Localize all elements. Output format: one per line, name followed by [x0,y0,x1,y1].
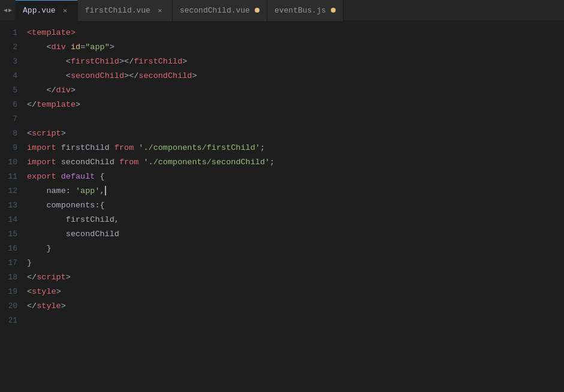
line-number: 18 [0,270,27,285]
line-16: 16 } [0,242,564,256]
line-content: components:{ [27,198,105,213]
line-number: 13 [0,198,27,213]
editor: 1<template>2 <div id="app">3 <firstChild… [0,21,564,392]
line-9: 9import firstChild from './components/fi… [0,141,564,155]
token-bracket: > [61,301,66,310]
tab-second-child-vue[interactable]: secondChild.vue [173,0,267,21]
token-text: , [100,186,105,195]
tab-close-icon[interactable]: ✕ [61,6,70,16]
text-cursor [105,186,106,195]
tab-event-bus-js[interactable]: eventBus.js [267,0,343,21]
line-17: 17} [0,256,564,270]
token-indent [27,215,66,224]
token-bracket: > [61,129,66,138]
line-13: 13 components:{ [0,198,564,213]
token-bracket: > [182,57,187,66]
line-number: 17 [0,256,27,270]
line-number: 14 [0,213,27,227]
line-20: 20</style> [0,299,564,313]
token-attr-value: "app" [85,43,110,52]
line-number: 7 [0,112,27,126]
token-indent [27,244,46,253]
token-string: './components/firstChild' [138,143,260,152]
token-indent [27,71,66,80]
token-text: secondChild [66,230,119,239]
line-content: <template> [27,26,76,40]
line-number: 6 [0,98,27,112]
token-tag: secondChild [71,71,124,80]
line-number: 15 [0,227,27,242]
line-21: 21 [0,313,564,328]
line-content: import firstChild from './components/fir… [27,141,265,155]
token-bracket: > [71,86,76,95]
left-arrow-icon[interactable]: ◀ [4,7,7,14]
token-bracket: < [66,57,71,66]
line-content: import secondChild from './components/se… [27,155,275,170]
line-content: firstChild, [27,213,119,227]
line-content: </div> [27,83,76,98]
line-1: 1<template> [0,26,564,40]
line-number: 21 [0,313,27,328]
tab-bar: ◀ ▶ App.vue✕firstChild.vue✕secondChild.v… [0,0,564,21]
token-bracket: > [76,100,80,109]
token-text [56,172,61,181]
token-bracket: > [192,71,197,80]
line-11: 11export default { [0,170,564,184]
token-bracket: > [66,273,71,282]
token-keyword: from [114,143,134,152]
token-indent [27,43,46,52]
token-tag: firstChild [134,57,182,66]
line-18: 18</script> [0,270,564,285]
token-keyword: import [27,158,56,167]
token-text: { [95,172,104,181]
line-number: 9 [0,141,27,155]
line-number: 19 [0,285,27,299]
token-text: } [46,244,51,253]
line-content: secondChild [27,227,119,242]
line-4: 4 <secondChild></secondChild> [0,69,564,83]
token-bracket: > [56,287,61,296]
line-content: <script> [27,126,66,141]
line-6: 6</template> [0,98,564,112]
token-bracket: < [27,287,32,296]
token-tag: script [32,129,61,138]
line-number: 1 [0,26,27,40]
tab-label: App.vue [23,6,56,15]
line-15: 15 secondChild [0,227,564,242]
tab-modified-dot [331,8,336,13]
token-bracket: </ [27,100,37,109]
line-number: 2 [0,40,27,55]
token-keyword: import [27,143,56,152]
token-tag: style [32,287,56,296]
token-text: name: [46,186,76,195]
token-tag: div [56,86,71,95]
tab-label: secondChild.vue [180,6,250,15]
token-tag: script [37,273,66,282]
line-content: <secondChild></secondChild> [27,69,197,83]
line-5: 5 </div> [0,83,564,98]
token-text: secondChild [56,158,119,167]
tab-modified-dot [255,8,260,13]
line-content: <style> [27,285,61,299]
token-text: } [27,258,32,267]
token-keyword: from [119,158,138,167]
line-number: 3 [0,55,27,69]
token-text: firstChild, [66,215,119,224]
tab-app-vue[interactable]: App.vue✕ [16,0,78,21]
token-bracket: </ [27,273,37,282]
token-bracket [66,43,71,52]
line-7: 7 [0,112,564,126]
line-number: 12 [0,184,27,198]
right-arrow-icon[interactable]: ▶ [8,7,12,14]
tab-first-child-vue[interactable]: firstChild.vue✕ [78,0,173,21]
token-tag: firstChild [71,57,119,66]
line-number: 20 [0,299,27,313]
token-tag: div [52,43,66,52]
line-content: <div id="app"> [27,40,114,55]
tab-close-icon[interactable]: ✕ [155,5,165,15]
token-bracket: > [110,43,114,52]
line-content: </style> [27,299,66,313]
token-bracket: </ [27,301,37,310]
line-number: 4 [0,69,27,83]
tab-nav-arrows[interactable]: ◀ ▶ [0,7,16,14]
